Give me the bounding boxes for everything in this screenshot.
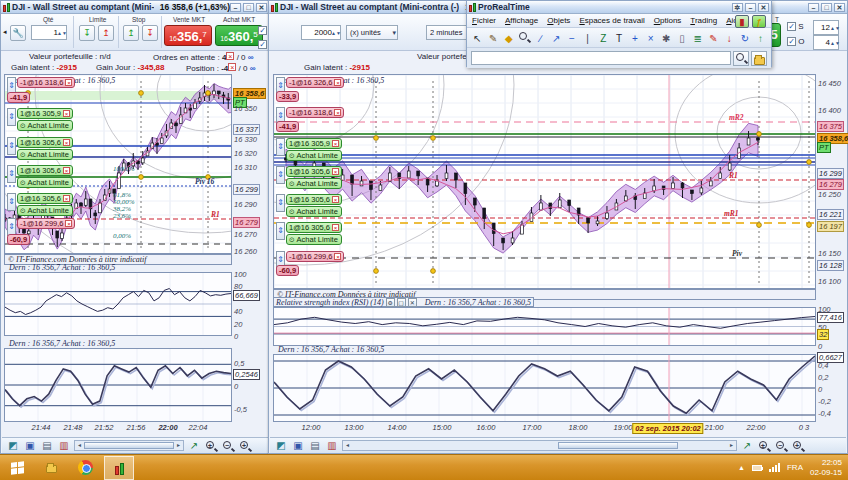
order-price-label[interactable]: 1@16 305,9× bbox=[286, 138, 342, 149]
sell-limit-button[interactable]: ↥ bbox=[98, 25, 114, 41]
vline-tool-icon[interactable]: | bbox=[580, 30, 595, 46]
unit-select[interactable]: (x) unités bbox=[346, 25, 398, 40]
detach-icon[interactable]: ↗ bbox=[187, 439, 201, 452]
refresh-icon[interactable]: ↻ bbox=[738, 30, 753, 46]
segment-tool-icon[interactable]: ∕ bbox=[533, 30, 548, 46]
buy-limit-order-label[interactable]: ⇕1@16 305,6×⊙ Achat Limite bbox=[7, 193, 73, 216]
menu-trading[interactable]: Trading bbox=[690, 16, 717, 25]
rsi-settings-icon[interactable]: ⚙ bbox=[386, 298, 395, 307]
quantity-stepper[interactable]: ▲▼ bbox=[332, 25, 340, 40]
chart-layout-icon[interactable]: ◩ bbox=[6, 439, 20, 452]
cancel-order-icon[interactable]: × bbox=[65, 79, 72, 86]
zoom-reset-icon[interactable]: ± bbox=[757, 439, 771, 452]
buy-limit-order-label[interactable]: ⇕1@16 305,9×⊙ Achat Limite bbox=[7, 108, 73, 131]
data-table-icon[interactable]: ▥ bbox=[57, 439, 71, 452]
order-price-label[interactable]: 1@16 305,6× bbox=[17, 165, 73, 176]
order-price-label[interactable]: -1@16 318,6× bbox=[17, 77, 75, 88]
cancel-order-icon[interactable]: × bbox=[334, 109, 341, 116]
trendline-tool-icon[interactable]: ↗ bbox=[549, 30, 564, 46]
zoom-in-icon[interactable]: + bbox=[238, 439, 252, 452]
zoom-out-icon[interactable]: − bbox=[774, 439, 788, 452]
pnl-label[interactable]: -33,9 bbox=[276, 91, 299, 102]
order-price-label[interactable]: 1@16 305,6× bbox=[286, 222, 342, 233]
buy-limit-order-label[interactable]: ⇕1@16 305,6×⊙ Achat Limite bbox=[276, 222, 342, 245]
erase-line-tool-icon[interactable]: × bbox=[643, 30, 658, 46]
order-price-label[interactable]: -1@16 299,6× bbox=[286, 251, 344, 262]
menu-fichier[interactable]: Fichier bbox=[472, 16, 496, 25]
display-settings-icon[interactable]: ▣ bbox=[23, 439, 37, 452]
open-list-button[interactable] bbox=[751, 51, 767, 66]
minimize-button[interactable]: – bbox=[808, 3, 819, 12]
close-button[interactable]: ✕ bbox=[834, 3, 845, 12]
pnl-label[interactable]: -60,9 bbox=[7, 234, 30, 245]
menu-options[interactable]: Options bbox=[654, 16, 682, 25]
text-tool-icon[interactable]: T bbox=[612, 30, 627, 46]
left-window-titlebar[interactable]: DJI - Wall Street au comptant (Mini-cont… bbox=[1, 1, 269, 14]
cursor-tool-icon[interactable]: ↖ bbox=[470, 30, 485, 46]
buy-limit-order-label[interactable]: ⇕1@16 305,6×⊙ Achat Limite bbox=[276, 194, 342, 217]
h-scrollbar[interactable]: ◂▸ bbox=[74, 440, 184, 451]
scroll-right-icon[interactable]: ▸ bbox=[727, 441, 736, 450]
network-icon[interactable] bbox=[769, 463, 780, 472]
trading-mode-button[interactable]: ▮ bbox=[735, 15, 749, 28]
objective-checkbox[interactable]: ✓ bbox=[787, 37, 796, 46]
buy-arrow-icon[interactable]: ↑ bbox=[753, 30, 768, 46]
page-setup-icon[interactable]: ▤ bbox=[40, 439, 54, 452]
order-drag-handle[interactable]: ⇕ bbox=[7, 193, 16, 211]
hline-tool-icon[interactable]: − bbox=[565, 30, 580, 46]
display-settings-icon[interactable]: ▣ bbox=[291, 439, 305, 452]
order-drag-handle[interactable]: ⇕ bbox=[7, 108, 16, 126]
order-drag-handle[interactable]: ⇕ bbox=[7, 165, 16, 183]
collapse-arrow-icon[interactable]: ◂ bbox=[3, 28, 7, 36]
settings-tool-icon[interactable]: ✱ bbox=[659, 30, 674, 46]
buy-limit-button[interactable]: ↧ bbox=[79, 25, 95, 41]
minimize-button[interactable]: – bbox=[745, 3, 756, 12]
minimize-button[interactable]: – bbox=[230, 3, 241, 12]
detach-icon[interactable]: ↗ bbox=[740, 439, 754, 452]
cancel-order-icon[interactable]: × bbox=[334, 79, 341, 86]
order-settings-button[interactable]: 🔧 bbox=[10, 25, 26, 41]
language-indicator[interactable]: FRA bbox=[787, 463, 803, 472]
h-scrollbar[interactable]: ◂▸ bbox=[342, 440, 737, 451]
menu-objets[interactable]: Objets bbox=[547, 16, 570, 25]
maximize-button[interactable]: □ bbox=[821, 3, 832, 12]
hidden-icons-button[interactable]: ▲ bbox=[738, 464, 745, 471]
cancel-order-icon[interactable]: × bbox=[332, 224, 339, 231]
quick-order-button[interactable]: ƒ bbox=[752, 15, 766, 28]
zoom-reset-icon[interactable]: ± bbox=[204, 439, 218, 452]
stop-checkbox[interactable]: ✓ bbox=[787, 22, 796, 31]
buy-limit-order-label[interactable]: ⇕1@16 305,9×⊙ Achat Limite bbox=[276, 138, 342, 161]
rsi-close-icon[interactable]: ✕ bbox=[408, 298, 417, 307]
order-price-label[interactable]: -60,9 bbox=[276, 265, 299, 276]
close-button[interactable]: ✕ bbox=[256, 3, 267, 12]
cancel-order-icon[interactable]: × bbox=[63, 139, 70, 146]
order-drag-handle[interactable]: ⇕ bbox=[276, 166, 285, 184]
order-price-label[interactable]: -41,9 bbox=[7, 92, 30, 103]
search-button[interactable] bbox=[733, 51, 749, 66]
scrollbar-thumb[interactable] bbox=[84, 442, 174, 449]
measure-tool-icon[interactable]: ✎ bbox=[486, 30, 501, 46]
scroll-left-icon[interactable]: ◂ bbox=[75, 441, 84, 450]
buy-limit-order-label[interactable]: ⇕1@16 305,6×⊙ Achat Limite bbox=[7, 137, 73, 160]
order-price-label[interactable]: -33,9 bbox=[276, 91, 299, 102]
option-checkbox-2[interactable]: ✓ bbox=[258, 40, 267, 49]
order-price-label[interactable]: -1@16 326,6× bbox=[286, 77, 344, 88]
cancel-order-icon[interactable]: × bbox=[334, 253, 341, 260]
objective-value-stepper[interactable]: ▲▼ bbox=[831, 35, 839, 50]
order-drag-handle[interactable]: ⇕ bbox=[276, 222, 285, 240]
taskbar-explorer-button[interactable] bbox=[36, 456, 66, 480]
sell-arrow-icon[interactable]: ↓ bbox=[722, 30, 737, 46]
move-tool-icon[interactable]: + bbox=[627, 30, 642, 46]
objects-list-icon[interactable]: ≣ bbox=[690, 30, 705, 46]
order-price-label[interactable]: 1@16 305,9× bbox=[17, 108, 73, 119]
zoom-in-icon[interactable]: + bbox=[791, 439, 805, 452]
close-position-icon[interactable]: × bbox=[228, 63, 236, 71]
pnl-label[interactable]: -60,9 bbox=[276, 265, 299, 276]
order-price-label[interactable]: 1@16 305,6× bbox=[286, 166, 342, 177]
scroll-right-icon[interactable]: ▸ bbox=[174, 441, 183, 450]
clock[interactable]: 22:05 02-09-15 bbox=[810, 458, 842, 476]
zigzag-tool-icon[interactable]: Z bbox=[596, 30, 611, 46]
cancel-order-icon[interactable]: × bbox=[332, 168, 339, 175]
order-price-label[interactable]: -1@16 318,6× bbox=[286, 107, 344, 118]
buy-stop-button[interactable]: ↥ bbox=[123, 25, 139, 41]
